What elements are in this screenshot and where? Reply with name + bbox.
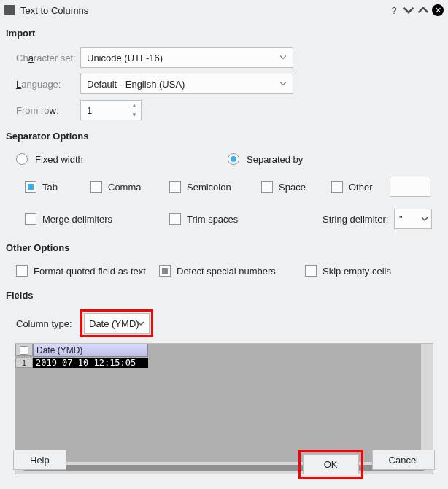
maximize-button[interactable] [417, 4, 429, 16]
chevron-down-icon [421, 214, 428, 225]
preview-select-all[interactable] [15, 344, 33, 356]
column-type-select[interactable]: Date (YMD) [84, 313, 150, 334]
skip-empty-checkbox[interactable]: Skip empty cells [305, 265, 391, 277]
language-label: Language: [16, 79, 80, 90]
close-button[interactable]: ✕ [432, 4, 444, 16]
import-section-title: Import [0, 20, 448, 45]
ok-button[interactable]: OK [303, 454, 359, 474]
charset-select[interactable]: Unicode (UTF-16) [80, 47, 293, 68]
trim-spaces-checkbox[interactable]: Trim spaces [169, 213, 323, 225]
format-quoted-checkbox[interactable]: Format quoted field as text [16, 265, 159, 277]
vertical-scrollbar[interactable] [421, 344, 433, 462]
string-delimiter-label: String delimiter: [323, 214, 394, 225]
separator-section-title: Separator Options [0, 123, 448, 147]
chevron-down-icon [279, 53, 287, 63]
tab-checkbox[interactable]: Tab [25, 181, 90, 193]
charset-label: Character set: [16, 53, 80, 63]
separated-by-radio[interactable]: Separated by [228, 153, 439, 165]
language-select[interactable]: Default - English (USA) [80, 74, 293, 94]
window-title: Text to Columns [20, 5, 385, 16]
other-input[interactable] [390, 177, 430, 197]
other-section-title: Other Options [0, 235, 448, 259]
cancel-button[interactable]: Cancel [372, 450, 435, 470]
merge-delimiters-checkbox[interactable]: Merge delimiters [25, 213, 169, 225]
other-checkbox[interactable]: Other [331, 181, 390, 193]
string-delimiter-select[interactable]: " [394, 209, 432, 229]
detect-numbers-checkbox[interactable]: Detect special numbers [159, 265, 305, 277]
preview-row-number: 1 [15, 358, 33, 368]
semicolon-checkbox[interactable]: Semicolon [169, 181, 261, 193]
help-button[interactable]: Help [13, 450, 66, 470]
fromrow-label: From row: [16, 105, 80, 116]
chevron-down-icon [279, 79, 287, 90]
help-titlebar-button[interactable]: ? [388, 4, 400, 16]
fixed-width-radio[interactable]: Fixed width [16, 153, 228, 165]
minimize-button[interactable] [403, 4, 414, 16]
preview-column-header[interactable]: Date (YMD) [33, 344, 148, 357]
fields-section-title: Fields [0, 282, 448, 307]
preview-cell: 2019-07-10 12:15:05 [33, 358, 148, 368]
chevron-down-icon [137, 318, 144, 329]
comma-checkbox[interactable]: Comma [90, 181, 169, 193]
spinner-down-icon[interactable]: ▼ [129, 112, 139, 118]
space-checkbox[interactable]: Space [261, 181, 331, 193]
app-icon [4, 5, 15, 15]
column-type-label: Column type: [16, 318, 80, 329]
spinner-up-icon[interactable]: ▲ [129, 102, 139, 109]
fromrow-spinner[interactable]: 1 ▲ ▼ [80, 100, 142, 120]
